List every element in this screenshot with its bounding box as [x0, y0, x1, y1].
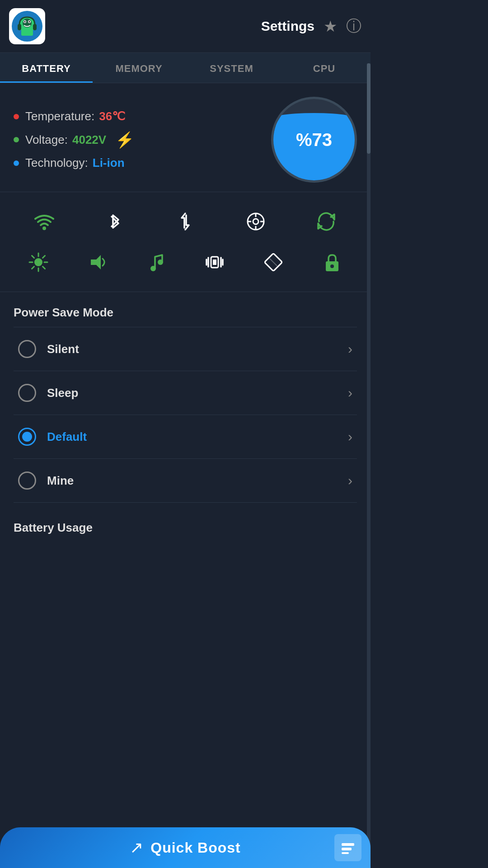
- radio-label-default: Default: [47, 430, 348, 444]
- battery-info: Temperature: 36℃ Voltage: 4022V ⚡ Techno…: [14, 109, 134, 170]
- svg-marker-26: [91, 255, 101, 269]
- quick-boost-button[interactable]: ↗ Quick Boost: [0, 827, 371, 868]
- svg-line-36: [270, 259, 277, 266]
- battery-circle: %73: [271, 97, 357, 183]
- svg-point-12: [253, 219, 258, 224]
- star-icon[interactable]: ★: [324, 17, 337, 35]
- app-logo: [9, 8, 45, 44]
- radio-mine[interactable]: Mine ›: [14, 459, 357, 503]
- svg-point-38: [330, 264, 334, 268]
- temp-dot: [14, 114, 19, 119]
- app-header: Settings ★ ⓘ: [0, 0, 371, 53]
- radio-label-sleep: Sleep: [47, 386, 348, 400]
- brightness-icon[interactable]: [23, 246, 54, 278]
- svg-point-10: [42, 226, 46, 230]
- radio-default[interactable]: Default ›: [14, 415, 357, 459]
- svg-point-7: [29, 21, 30, 23]
- svg-rect-40: [342, 848, 352, 850]
- svg-rect-8: [18, 24, 21, 30]
- quick-controls: [0, 192, 371, 292]
- chevron-sleep: ›: [348, 385, 352, 401]
- svg-line-24: [43, 256, 45, 258]
- charging-icon: ⚡: [115, 131, 134, 149]
- svg-line-23: [43, 267, 45, 269]
- battery-stats-section: Temperature: 36℃ Voltage: 4022V ⚡ Techno…: [0, 83, 371, 192]
- info-icon[interactable]: ⓘ: [346, 16, 361, 37]
- battery-usage-title: Battery Usage: [14, 521, 357, 535]
- svg-line-25: [32, 267, 34, 269]
- voltage-label: Voltage:: [25, 133, 68, 147]
- sync-icon[interactable]: [310, 206, 342, 237]
- temperature-label: Temperature:: [25, 109, 94, 123]
- tab-system[interactable]: SYSTEM: [185, 53, 278, 83]
- radio-label-silent: Silent: [47, 342, 348, 356]
- tab-cpu[interactable]: CPU: [278, 53, 371, 83]
- power-save-section: Power Save Mode Silent › Sleep › Default…: [0, 292, 371, 507]
- boost-extra-icon: [334, 834, 361, 861]
- svg-rect-30: [213, 259, 216, 265]
- header-actions: Settings ★ ⓘ: [261, 16, 361, 37]
- tab-battery[interactable]: BATTERY: [0, 53, 93, 83]
- radio-circle-sleep: [18, 384, 36, 402]
- battery-gauge: %73: [271, 97, 357, 183]
- settings-label: Settings: [261, 19, 314, 34]
- svg-point-17: [34, 258, 42, 266]
- tab-memory[interactable]: MEMORY: [93, 53, 185, 83]
- lock-icon[interactable]: [316, 246, 348, 278]
- svg-point-27: [150, 266, 156, 271]
- tab-bar: BATTERY MEMORY SYSTEM CPU: [0, 53, 371, 83]
- controls-row-2: [9, 242, 361, 283]
- music-icon[interactable]: [140, 246, 172, 278]
- radio-label-mine: Mine: [47, 474, 348, 488]
- temperature-value: 36℃: [99, 109, 125, 123]
- tech-dot: [14, 160, 19, 166]
- volume-icon[interactable]: [81, 246, 113, 278]
- svg-rect-39: [342, 843, 354, 846]
- radio-list: Silent › Sleep › Default › Mine ›: [14, 327, 357, 503]
- svg-point-6: [24, 21, 26, 23]
- radio-sleep[interactable]: Sleep ›: [14, 371, 357, 415]
- location-icon[interactable]: [240, 206, 272, 237]
- rotate-icon[interactable]: [258, 246, 289, 278]
- technology-stat: Technology: Li-ion: [14, 156, 134, 170]
- voltage-dot: [14, 137, 19, 142]
- svg-rect-2: [21, 30, 33, 36]
- wifi-icon[interactable]: [28, 206, 60, 237]
- radio-circle-mine: [18, 472, 36, 490]
- battery-usage-section: Battery Usage: [0, 507, 371, 551]
- scrollbar[interactable]: [367, 63, 371, 868]
- bluetooth-icon[interactable]: [99, 206, 131, 237]
- temperature-stat: Temperature: 36℃: [14, 109, 134, 123]
- technology-label: Technology:: [25, 156, 88, 170]
- svg-point-28: [158, 259, 163, 265]
- chevron-default: ›: [348, 429, 352, 444]
- vibrate-icon[interactable]: [199, 246, 230, 278]
- quick-boost-label: Quick Boost: [150, 840, 240, 856]
- svg-rect-41: [342, 852, 349, 854]
- boost-arrow-icon: ↗: [130, 838, 143, 857]
- chevron-mine: ›: [348, 473, 352, 488]
- power-save-title: Power Save Mode: [14, 306, 357, 320]
- radio-circle-silent: [18, 340, 36, 358]
- radio-circle-default: [18, 428, 36, 446]
- voltage-stat: Voltage: 4022V ⚡: [14, 131, 134, 149]
- data-transfer-icon[interactable]: [169, 206, 201, 237]
- battery-percent: %73: [296, 130, 332, 150]
- technology-value: Li-ion: [93, 156, 125, 170]
- scrollbar-thumb: [367, 63, 371, 154]
- radio-silent[interactable]: Silent ›: [14, 327, 357, 371]
- chevron-silent: ›: [348, 341, 352, 357]
- svg-rect-9: [33, 24, 37, 30]
- svg-line-22: [32, 256, 34, 258]
- voltage-value: 4022V: [72, 133, 106, 147]
- controls-row-1: [9, 201, 361, 242]
